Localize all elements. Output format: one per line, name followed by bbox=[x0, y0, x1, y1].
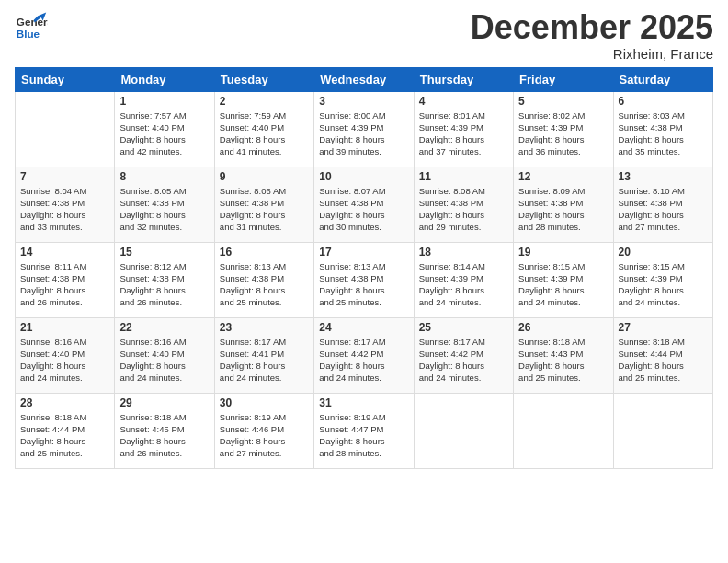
calendar-cell: 7Sunrise: 8:04 AMSunset: 4:38 PMDaylight… bbox=[16, 167, 115, 242]
day-number: 5 bbox=[518, 95, 608, 108]
weekday-header-thursday: Thursday bbox=[414, 67, 513, 91]
day-info: Sunrise: 8:17 AMSunset: 4:42 PMDaylight:… bbox=[419, 336, 508, 385]
day-info: Sunrise: 8:16 AMSunset: 4:40 PMDaylight:… bbox=[119, 336, 209, 385]
svg-text:Blue: Blue bbox=[17, 28, 40, 40]
day-info: Sunrise: 7:57 AMSunset: 4:40 PMDaylight:… bbox=[119, 109, 209, 158]
day-info: Sunrise: 8:05 AMSunset: 4:38 PMDaylight:… bbox=[119, 185, 209, 234]
calendar-cell bbox=[16, 91, 115, 167]
day-info: Sunrise: 8:02 AMSunset: 4:39 PMDaylight:… bbox=[518, 109, 608, 158]
calendar-table: SundayMondayTuesdayWednesdayThursdayFrid… bbox=[15, 67, 713, 469]
day-number: 11 bbox=[419, 170, 508, 183]
day-number: 23 bbox=[220, 321, 309, 334]
calendar-cell bbox=[414, 393, 513, 468]
calendar-cell: 6Sunrise: 8:03 AMSunset: 4:38 PMDaylight… bbox=[613, 91, 712, 167]
calendar-cell: 16Sunrise: 8:13 AMSunset: 4:38 PMDayligh… bbox=[214, 242, 313, 317]
day-info: Sunrise: 8:19 AMSunset: 4:46 PMDaylight:… bbox=[220, 411, 309, 460]
day-info: Sunrise: 8:18 AMSunset: 4:43 PMDaylight:… bbox=[518, 336, 608, 385]
weekday-header-monday: Monday bbox=[115, 67, 214, 91]
day-info: Sunrise: 8:08 AMSunset: 4:38 PMDaylight:… bbox=[419, 185, 508, 234]
day-info: Sunrise: 8:17 AMSunset: 4:41 PMDaylight:… bbox=[220, 336, 309, 385]
calendar-cell: 31Sunrise: 8:19 AMSunset: 4:47 PMDayligh… bbox=[314, 393, 414, 468]
day-info: Sunrise: 8:15 AMSunset: 4:39 PMDaylight:… bbox=[518, 260, 608, 309]
day-number: 4 bbox=[419, 95, 508, 108]
calendar-cell: 17Sunrise: 8:13 AMSunset: 4:38 PMDayligh… bbox=[314, 242, 414, 317]
day-number: 7 bbox=[20, 170, 109, 183]
day-number: 27 bbox=[619, 321, 708, 334]
weekday-header-row: SundayMondayTuesdayWednesdayThursdayFrid… bbox=[16, 67, 713, 91]
title-block: December 2025 Rixheim, France bbox=[471, 9, 713, 62]
day-number: 14 bbox=[20, 246, 109, 259]
day-number: 12 bbox=[518, 170, 608, 183]
day-info: Sunrise: 8:18 AMSunset: 4:44 PMDaylight:… bbox=[619, 336, 708, 385]
calendar-cell: 2Sunrise: 7:59 AMSunset: 4:40 PMDaylight… bbox=[214, 91, 313, 167]
weekday-header-saturday: Saturday bbox=[613, 67, 712, 91]
day-number: 31 bbox=[319, 396, 408, 409]
weekday-header-friday: Friday bbox=[514, 67, 613, 91]
calendar-cell: 28Sunrise: 8:18 AMSunset: 4:44 PMDayligh… bbox=[16, 393, 115, 468]
day-number: 25 bbox=[419, 321, 508, 334]
day-number: 20 bbox=[619, 246, 708, 259]
calendar-cell: 15Sunrise: 8:12 AMSunset: 4:38 PMDayligh… bbox=[115, 242, 214, 317]
calendar-cell: 30Sunrise: 8:19 AMSunset: 4:46 PMDayligh… bbox=[214, 393, 313, 468]
day-number: 10 bbox=[319, 170, 408, 183]
day-number: 19 bbox=[518, 246, 608, 259]
day-info: Sunrise: 8:18 AMSunset: 4:45 PMDaylight:… bbox=[119, 411, 209, 460]
day-info: Sunrise: 8:16 AMSunset: 4:40 PMDaylight:… bbox=[20, 336, 109, 385]
day-number: 6 bbox=[619, 95, 708, 108]
logo: General Blue bbox=[15, 9, 48, 42]
day-number: 8 bbox=[119, 170, 209, 183]
calendar-cell: 10Sunrise: 8:07 AMSunset: 4:38 PMDayligh… bbox=[314, 167, 414, 242]
calendar-cell: 19Sunrise: 8:15 AMSunset: 4:39 PMDayligh… bbox=[514, 242, 613, 317]
day-info: Sunrise: 8:06 AMSunset: 4:38 PMDaylight:… bbox=[220, 185, 309, 234]
calendar-cell: 12Sunrise: 8:09 AMSunset: 4:38 PMDayligh… bbox=[514, 167, 613, 242]
week-row-2: 7Sunrise: 8:04 AMSunset: 4:38 PMDaylight… bbox=[16, 167, 713, 242]
day-number: 28 bbox=[20, 396, 109, 409]
day-info: Sunrise: 8:13 AMSunset: 4:38 PMDaylight:… bbox=[220, 260, 309, 309]
day-info: Sunrise: 8:17 AMSunset: 4:42 PMDaylight:… bbox=[319, 336, 408, 385]
day-info: Sunrise: 8:13 AMSunset: 4:38 PMDaylight:… bbox=[319, 260, 408, 309]
calendar-cell: 18Sunrise: 8:14 AMSunset: 4:39 PMDayligh… bbox=[414, 242, 513, 317]
calendar-cell: 1Sunrise: 7:57 AMSunset: 4:40 PMDaylight… bbox=[115, 91, 214, 167]
day-number: 2 bbox=[220, 95, 309, 108]
calendar-cell: 22Sunrise: 8:16 AMSunset: 4:40 PMDayligh… bbox=[115, 317, 214, 393]
week-row-4: 21Sunrise: 8:16 AMSunset: 4:40 PMDayligh… bbox=[16, 317, 713, 393]
day-info: Sunrise: 8:07 AMSunset: 4:38 PMDaylight:… bbox=[319, 185, 408, 234]
calendar-cell: 3Sunrise: 8:00 AMSunset: 4:39 PMDaylight… bbox=[314, 91, 414, 167]
calendar-page: General Blue December 2025 Rixheim, Fran… bbox=[0, 0, 728, 478]
calendar-cell: 21Sunrise: 8:16 AMSunset: 4:40 PMDayligh… bbox=[16, 317, 115, 393]
day-number: 15 bbox=[119, 246, 209, 259]
month-title: December 2025 bbox=[471, 9, 713, 46]
day-info: Sunrise: 8:18 AMSunset: 4:44 PMDaylight:… bbox=[20, 411, 109, 460]
day-number: 26 bbox=[518, 321, 608, 334]
day-info: Sunrise: 8:12 AMSunset: 4:38 PMDaylight:… bbox=[119, 260, 209, 309]
calendar-cell: 20Sunrise: 8:15 AMSunset: 4:39 PMDayligh… bbox=[613, 242, 712, 317]
weekday-header-sunday: Sunday bbox=[16, 67, 115, 91]
day-info: Sunrise: 8:10 AMSunset: 4:38 PMDaylight:… bbox=[619, 185, 708, 234]
calendar-cell bbox=[514, 393, 613, 468]
day-info: Sunrise: 8:15 AMSunset: 4:39 PMDaylight:… bbox=[619, 260, 708, 309]
day-number: 29 bbox=[119, 396, 209, 409]
day-number: 18 bbox=[419, 246, 508, 259]
header: General Blue December 2025 Rixheim, Fran… bbox=[15, 9, 713, 62]
day-info: Sunrise: 8:14 AMSunset: 4:39 PMDaylight:… bbox=[419, 260, 508, 309]
day-info: Sunrise: 8:04 AMSunset: 4:38 PMDaylight:… bbox=[20, 185, 109, 234]
calendar-cell bbox=[613, 393, 712, 468]
day-number: 30 bbox=[220, 396, 309, 409]
day-info: Sunrise: 8:19 AMSunset: 4:47 PMDaylight:… bbox=[319, 411, 408, 460]
calendar-cell: 9Sunrise: 8:06 AMSunset: 4:38 PMDaylight… bbox=[214, 167, 313, 242]
day-info: Sunrise: 8:11 AMSunset: 4:38 PMDaylight:… bbox=[20, 260, 109, 309]
day-info: Sunrise: 7:59 AMSunset: 4:40 PMDaylight:… bbox=[220, 109, 309, 158]
calendar-cell: 23Sunrise: 8:17 AMSunset: 4:41 PMDayligh… bbox=[214, 317, 313, 393]
calendar-cell: 14Sunrise: 8:11 AMSunset: 4:38 PMDayligh… bbox=[16, 242, 115, 317]
calendar-cell: 4Sunrise: 8:01 AMSunset: 4:39 PMDaylight… bbox=[414, 91, 513, 167]
calendar-cell: 8Sunrise: 8:05 AMSunset: 4:38 PMDaylight… bbox=[115, 167, 214, 242]
logo-icon: General Blue bbox=[15, 9, 48, 42]
calendar-cell: 27Sunrise: 8:18 AMSunset: 4:44 PMDayligh… bbox=[613, 317, 712, 393]
day-number: 24 bbox=[319, 321, 408, 334]
day-number: 17 bbox=[319, 246, 408, 259]
day-number: 1 bbox=[119, 95, 209, 108]
weekday-header-wednesday: Wednesday bbox=[314, 67, 414, 91]
week-row-3: 14Sunrise: 8:11 AMSunset: 4:38 PMDayligh… bbox=[16, 242, 713, 317]
calendar-cell: 25Sunrise: 8:17 AMSunset: 4:42 PMDayligh… bbox=[414, 317, 513, 393]
day-number: 22 bbox=[119, 321, 209, 334]
